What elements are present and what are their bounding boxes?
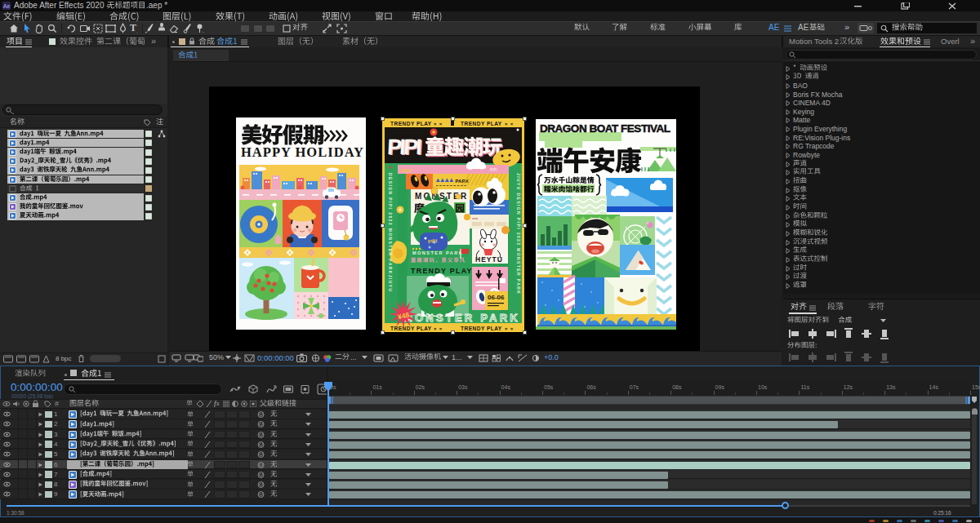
svg-text:PIPI: PIPI <box>490 168 497 172</box>
svg-text:TRENDY PLAY: TRENDY PLAY <box>461 326 502 331</box>
svg-text:Ae: Ae <box>3 3 11 9</box>
svg-text:× ×: × × <box>505 326 514 331</box>
svg-text:●●●: ●●● <box>472 216 479 220</box>
svg-text:DRAGON BOAT FESTIVAL: DRAGON BOAT FESTIVAL <box>540 122 670 135</box>
svg-text:HAPPY HOLIDAY: HAPPY HOLIDAY <box>241 144 363 160</box>
svg-text:TRENDY PLAY: TRENDY PLAY <box>461 121 502 126</box>
svg-text:MONSTER PARK: MONSTER PARK <box>403 312 520 324</box>
svg-text:06-06: 06-06 <box>488 294 505 301</box>
svg-text:PIPI: PIPI <box>386 135 421 159</box>
svg-text:HEYTU: HEYTU <box>475 255 503 264</box>
svg-text:TRENDY PLAY: TRENDY PLAY <box>411 267 473 275</box>
svg-text:× ×: × × <box>434 326 443 331</box>
svg-text:MONSTER PARK: MONSTER PARK <box>412 250 463 255</box>
svg-text:× ×: × × <box>505 122 514 126</box>
svg-text:PIPI: PIPI <box>428 238 438 244</box>
svg-text:TRENDY PLAY: TRENDY PLAY <box>390 121 432 126</box>
svg-text:× ×: × × <box>434 122 443 126</box>
svg-text:2022: 2022 <box>401 168 412 173</box>
